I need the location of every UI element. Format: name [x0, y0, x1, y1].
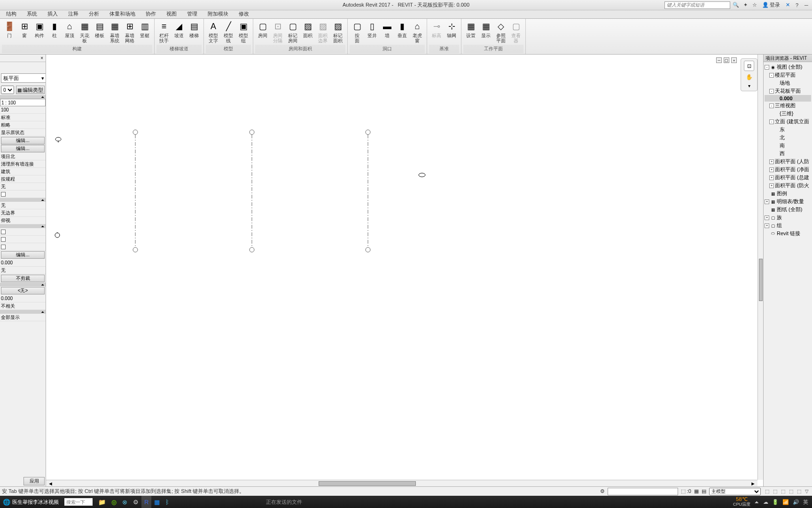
- tree-toggle-icon[interactable]: -: [769, 89, 774, 94]
- tree-item[interactable]: 北: [765, 134, 811, 142]
- filter-icon[interactable]: ▦: [694, 488, 699, 494]
- tree-item[interactable]: 0.000: [765, 95, 811, 102]
- ribbon-window[interactable]: ⊞窗: [17, 20, 32, 39]
- ribbon-stair[interactable]: ▤楼梯: [187, 20, 202, 39]
- taskbar-item[interactable]: 📁: [95, 496, 109, 508]
- taskbar-item[interactable]: ⊗: [119, 496, 130, 508]
- ribbon-rail[interactable]: ≡栏杆扶手: [156, 20, 172, 44]
- ribbon-set[interactable]: ▦设置: [463, 20, 478, 39]
- select-underlay-icon[interactable]: ⬚: [772, 488, 778, 495]
- ribbon-dormer[interactable]: ⌂老虎窗: [410, 20, 425, 44]
- tree-toggle-icon[interactable]: +: [769, 167, 774, 172]
- type-selector[interactable]: 板平面▾: [1, 73, 46, 83]
- ribbon-roof[interactable]: ⌂屋顶: [62, 20, 77, 39]
- favorite-icon[interactable]: ☆: [751, 1, 758, 9]
- zoom-icon[interactable]: ▾: [748, 83, 750, 88]
- tree-item[interactable]: -立面 (建筑立面: [765, 118, 811, 126]
- tree-toggle-icon[interactable]: -: [765, 65, 769, 70]
- tree-item[interactable]: -楼层平面: [765, 71, 811, 79]
- tab-管理[interactable]: 管理: [182, 9, 203, 18]
- minimize-icon[interactable]: ─: [803, 1, 810, 9]
- system-tray[interactable]: 58℃CPU温度⏶☁🔋📶🔊英: [733, 497, 812, 507]
- vertical-scrollbar[interactable]: [757, 55, 763, 480]
- tree-item[interactable]: ▦图纸 (全部): [765, 206, 811, 214]
- drawing-canvas[interactable]: ─ ▢ × ⊡ ✋ ▾ ◄ ►: [46, 55, 763, 486]
- tab-附加模块[interactable]: 附加模块: [203, 9, 234, 18]
- ribbon-cgrid[interactable]: ⊞幕墙 网格: [122, 20, 137, 44]
- tree-item[interactable]: 东: [765, 126, 811, 134]
- workset-combo[interactable]: [608, 488, 678, 495]
- ribbon-column[interactable]: ▮柱: [47, 20, 62, 39]
- tab-体量和场地[interactable]: 体量和场地: [104, 9, 141, 18]
- tree-toggle-icon[interactable]: +: [765, 199, 769, 204]
- ribbon-curtain[interactable]: ▦幕墙 系统: [107, 20, 122, 44]
- view-max-icon[interactable]: ▢: [724, 57, 729, 63]
- ribbon-mtext[interactable]: A模型 文字: [206, 20, 221, 44]
- ribbon-ramp[interactable]: ◢坡道: [172, 20, 187, 39]
- property-row[interactable]: 编辑...: [1, 137, 45, 144]
- tree-item[interactable]: +面积平面 (防火: [765, 182, 811, 190]
- search-icon[interactable]: 🔍: [732, 1, 740, 9]
- taskbar-item[interactable]: 🌐医生举报李冰冰视频: [0, 496, 62, 508]
- pan-icon[interactable]: ✋: [746, 74, 753, 80]
- tree-toggle-icon[interactable]: -: [769, 119, 774, 124]
- ribbon-show[interactable]: ▦显示: [478, 20, 493, 39]
- tree-item[interactable]: ⬭Revit 链接: [765, 230, 811, 238]
- ribbon-ref[interactable]: ◇参照 平面: [493, 20, 508, 44]
- tree-item[interactable]: +▦明细表/数量: [765, 198, 811, 206]
- select-pinned-icon[interactable]: ⬚: [780, 488, 786, 495]
- tree-item[interactable]: +▢组: [765, 222, 811, 230]
- tree-item[interactable]: +面积平面 (人防: [765, 158, 811, 166]
- tab-系统[interactable]: 系统: [22, 9, 42, 18]
- property-row[interactable]: 1 : 100: [0, 99, 46, 106]
- ribbon-tagroom[interactable]: ▢标记 房间: [285, 20, 300, 44]
- taskbar-item[interactable]: R: [141, 496, 151, 508]
- tree-toggle-icon[interactable]: +: [765, 223, 769, 228]
- taskbar-item[interactable]: ⚙: [130, 496, 141, 508]
- property-row[interactable]: 编辑...: [1, 251, 45, 259]
- exchange-icon[interactable]: ✕: [784, 1, 791, 9]
- edit-type-button[interactable]: ▦ 编辑类型: [16, 86, 45, 94]
- property-row[interactable]: <无>: [1, 287, 45, 294]
- panel-close-icon[interactable]: ×: [39, 56, 45, 61]
- tree-item[interactable]: 西: [765, 150, 811, 158]
- tab-插入[interactable]: 插入: [42, 9, 63, 18]
- taskbar-item[interactable]: ▦: [151, 496, 163, 508]
- navigation-bar[interactable]: ⊡ ✋ ▾: [741, 58, 757, 91]
- instance-count[interactable]: 0: [1, 86, 14, 94]
- tree-item[interactable]: -◉视图 (全部): [765, 63, 811, 71]
- select-links-icon[interactable]: ⬚: [764, 488, 770, 495]
- property-row[interactable]: 编辑...: [1, 145, 45, 152]
- tree-toggle-icon[interactable]: -: [769, 73, 774, 78]
- tree-item[interactable]: 南: [765, 142, 811, 150]
- ribbon-mgroup[interactable]: ▣模型 组: [236, 20, 251, 44]
- ribbon-door[interactable]: 🚪门: [2, 20, 17, 39]
- view-close-icon[interactable]: ×: [731, 57, 737, 63]
- ribbon-floor[interactable]: ▤楼板: [92, 20, 107, 39]
- tab-协作[interactable]: 协作: [141, 9, 161, 18]
- ribbon-mullion[interactable]: ▥竖梃: [137, 20, 152, 39]
- tree-toggle-icon[interactable]: +: [769, 159, 774, 164]
- horizontal-scrollbar[interactable]: ◄ ►: [46, 480, 757, 486]
- tree-toggle-icon[interactable]: +: [769, 183, 774, 188]
- drag-icon[interactable]: ⬚: [796, 488, 802, 495]
- ribbon-shaft[interactable]: ▯竖井: [365, 20, 380, 39]
- status-icon2[interactable]: ▤: [702, 488, 706, 494]
- taskbar-item[interactable]: ᛒ: [163, 496, 172, 508]
- apply-button[interactable]: 应用: [23, 477, 45, 485]
- tree-toggle-icon[interactable]: -: [769, 103, 774, 108]
- taskbar-item[interactable]: [62, 496, 95, 508]
- ribbon-mline[interactable]: ╱模型 线: [221, 20, 236, 44]
- tree-item[interactable]: ▦图例: [765, 190, 811, 198]
- tree-item[interactable]: +面积平面 (总建: [765, 174, 811, 182]
- tree-item[interactable]: -三维视图: [765, 102, 811, 110]
- ribbon-grid[interactable]: ⊹轴网: [444, 20, 459, 39]
- ribbon-byface[interactable]: ▢按 面: [350, 20, 365, 44]
- property-row[interactable]: 不剪裁: [1, 275, 45, 282]
- project-browser-tree[interactable]: -◉视图 (全部)-楼层平面场地-天花板平面0.000-三维视图{三维}-立面 …: [764, 62, 812, 486]
- tree-toggle-icon[interactable]: +: [765, 215, 769, 220]
- search-input[interactable]: [664, 1, 730, 9]
- select-face-icon[interactable]: ⬚: [788, 488, 794, 495]
- ribbon-component[interactable]: ▣构件: [32, 20, 47, 39]
- tab-修改[interactable]: 修改: [234, 9, 254, 18]
